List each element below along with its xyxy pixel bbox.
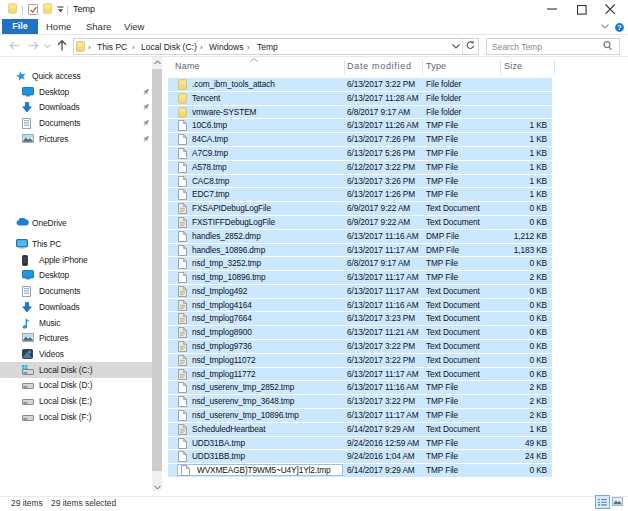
svg-text:?: ? bbox=[617, 24, 621, 31]
